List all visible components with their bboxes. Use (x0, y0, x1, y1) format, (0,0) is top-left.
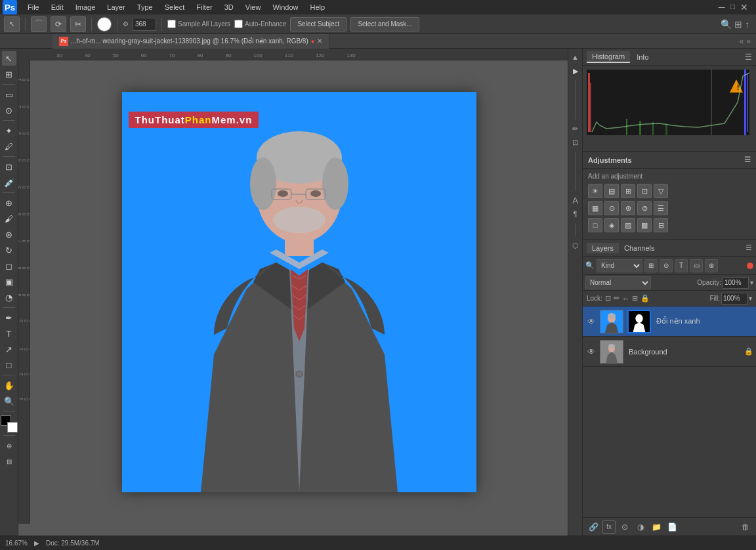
tool-brush-3[interactable]: ✂ (70, 16, 86, 32)
layer-link-icon[interactable]: 🔗 (587, 520, 600, 534)
adj-channel-mixer[interactable]: ☰ (654, 201, 668, 215)
layer-mask-add-icon[interactable]: ⊙ (618, 520, 631, 534)
tool-magic-wand[interactable]: ✦ (2, 123, 16, 138)
statusbar-arrow[interactable]: ▶ (34, 539, 39, 547)
adj-bw[interactable]: ⊛ (621, 201, 635, 215)
menu-view[interactable]: View (240, 2, 266, 12)
adj-hsl[interactable]: ▦ (588, 201, 602, 215)
tool-brush-1[interactable]: ⌒ (31, 16, 47, 32)
share-icon[interactable]: ↑ (745, 19, 749, 30)
menu-window[interactable]: Window (267, 2, 303, 12)
tool-text[interactable]: T (2, 326, 16, 341)
tab-close-button[interactable]: ✕ (317, 37, 322, 45)
tab-channels[interactable]: Channels (619, 243, 660, 253)
blend-mode-select[interactable]: Normal (585, 276, 651, 289)
search-icon[interactable]: 🔍 (721, 19, 732, 30)
layer-0-eye[interactable]: 👁 (585, 316, 597, 328)
filter-adj-icon[interactable]: ⊙ (660, 259, 673, 272)
canvas-document[interactable]: ThuThuatPhanMem.vn (122, 92, 476, 492)
fill-chevron[interactable]: ▾ (749, 295, 752, 302)
adj-exposure[interactable]: ⊡ (637, 184, 652, 198)
tool-pen[interactable]: ✒ (2, 310, 16, 325)
adj-posterize[interactable]: ◈ (604, 218, 619, 232)
canvas-wrapper[interactable]: ThuThuatPhanMem.vn (30, 60, 568, 524)
sample-all-label[interactable]: Sample All Layers (167, 20, 230, 28)
tool-zoom[interactable]: 🔍 (2, 394, 16, 408)
opacity-input[interactable] (723, 277, 749, 289)
menu-layer[interactable]: Layer (102, 2, 131, 12)
tool-quick-select[interactable]: 🖊 (2, 139, 16, 154)
histogram-menu-icon[interactable]: ☰ (745, 53, 752, 62)
adj-brightness[interactable]: ☀ (588, 184, 602, 198)
menu-edit[interactable]: Edit (46, 2, 69, 12)
minimize-button[interactable]: ─ (719, 2, 725, 12)
maximize-button[interactable]: □ (730, 2, 735, 12)
tool-clone[interactable]: ⊛ (2, 227, 16, 242)
panel-3d-icon[interactable]: ⬡ (570, 240, 581, 251)
canvas-area[interactable]: 30 40 50 60 70 80 90 100 110 120 130 100… (18, 49, 568, 536)
tool-move[interactable]: ↖ (4, 16, 20, 32)
adj-photo-filter[interactable]: ⊜ (637, 201, 652, 215)
menu-select[interactable]: Select (159, 2, 190, 12)
filter-shape-icon[interactable]: ▭ (690, 259, 703, 272)
menu-image[interactable]: Image (70, 2, 101, 12)
layer-adj-add-icon[interactable]: ◑ (634, 520, 647, 534)
tool-hand[interactable]: ✋ (2, 378, 16, 392)
size-input[interactable] (133, 18, 156, 31)
menu-help[interactable]: Help (305, 2, 331, 12)
opacity-chevron[interactable]: ▾ (750, 279, 753, 286)
sample-all-checkbox[interactable] (167, 20, 176, 28)
auto-enhance-label[interactable]: Auto-Enhance (234, 20, 286, 28)
layer-fx-icon[interactable]: fx (602, 520, 616, 534)
adj-color-balance[interactable]: ⊙ (604, 201, 619, 215)
tool-quick-mask[interactable]: ⊜ (2, 438, 16, 453)
panel-collapse-right[interactable]: » (746, 37, 751, 46)
adjustments-menu-icon[interactable]: ☰ (744, 156, 751, 164)
tool-eyedropper[interactable]: 💉 (2, 175, 16, 190)
layer-item-0[interactable]: 👁 (583, 307, 756, 337)
tool-gradient[interactable]: ▣ (2, 274, 16, 289)
tool-rect-select[interactable]: ▭ (2, 87, 16, 102)
tool-brush[interactable]: 🖌 (2, 211, 16, 226)
lock-all-icon[interactable]: 🔒 (640, 294, 650, 303)
tool-screen-mode[interactable]: ⊟ (2, 454, 16, 469)
tool-shape[interactable]: □ (2, 358, 16, 372)
layer-new-icon[interactable]: 📄 (665, 520, 679, 534)
tool-select[interactable]: ↖ (2, 51, 16, 66)
brush-preview[interactable] (97, 17, 112, 32)
filter-toggle-dot[interactable] (747, 263, 753, 269)
panel-edit-icon[interactable]: ✏ (570, 123, 581, 135)
adj-threshold[interactable]: ▨ (621, 218, 635, 232)
panel-adjust-icon[interactable]: ⊡ (570, 137, 581, 148)
layer-delete-icon[interactable]: 🗑 (739, 520, 752, 534)
tool-eraser[interactable]: ◻ (2, 259, 16, 273)
adj-curves[interactable]: ⊞ (621, 184, 635, 198)
filter-pixel-icon[interactable]: ⊞ (644, 259, 658, 272)
tab-info[interactable]: Info (631, 52, 654, 62)
panel-text-icon[interactable]: A (570, 194, 581, 206)
auto-enhance-checkbox[interactable] (234, 20, 243, 28)
lock-image-icon[interactable]: ✏ (614, 294, 620, 303)
tool-dodge[interactable]: ◔ (2, 290, 16, 305)
close-button[interactable]: ✕ (740, 2, 748, 12)
lock-artboard-icon[interactable]: ⊞ (632, 294, 638, 303)
layers-filter-select[interactable]: Kind (597, 259, 642, 272)
background-color[interactable] (7, 422, 18, 433)
tool-history-brush[interactable]: ↻ (2, 243, 16, 257)
layers-menu-icon[interactable]: ☰ (746, 243, 752, 252)
document-tab[interactable]: Ps ...h-of-m... wearing-gray-suit-jacket… (52, 34, 329, 49)
panel-collapse-left[interactable]: « (740, 37, 744, 46)
layer-item-1[interactable]: 👁 Background 🔒 (583, 337, 756, 367)
menu-3d[interactable]: 3D (219, 2, 239, 12)
tool-path-select[interactable]: ↗ (2, 342, 16, 356)
lock-transparent-icon[interactable]: ⊡ (605, 294, 611, 303)
adj-levels[interactable]: ▤ (604, 184, 619, 198)
layer-folder-icon[interactable]: 📁 (650, 520, 663, 534)
select-mask-button[interactable]: Select and Mask... (350, 17, 419, 32)
panel-arrow-up[interactable]: ▲ (570, 51, 581, 63)
tool-lasso[interactable]: ⊙ (2, 103, 16, 117)
filter-smart-icon[interactable]: ⊛ (705, 259, 718, 272)
adj-vibrance[interactable]: ▽ (654, 184, 668, 198)
adj-gradient-map[interactable]: ▩ (637, 218, 652, 232)
select-subject-button[interactable]: Select Subject (290, 17, 346, 32)
